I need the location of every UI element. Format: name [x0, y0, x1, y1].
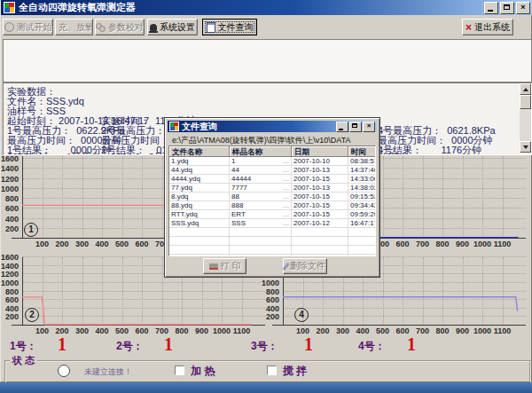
truncation-ellipsis: ... [283, 193, 291, 200]
table-cell: 08:38:57 [348, 157, 375, 166]
table-row-empty [169, 255, 375, 256]
dialog-icon [169, 122, 179, 131]
table-cell [169, 246, 230, 255]
table-cell: 888... [230, 201, 292, 210]
col-filename[interactable]: 文件名称 [169, 146, 230, 157]
table-row-empty [169, 246, 375, 255]
table-cell: 1.ydq [169, 157, 230, 166]
y-tick-label: 600 [0, 204, 19, 213]
table-row[interactable]: 77.ydq7777...2007-10-1314:38:02 [169, 184, 375, 193]
table-cell [169, 237, 230, 246]
table-cell: 09:15:52 [348, 193, 375, 201]
table-cell [292, 246, 348, 255]
table-row[interactable]: 44.ydq44...2007-10-1314:37:46 [169, 166, 375, 175]
table-cell: 44... [230, 166, 292, 175]
delete-icon [282, 263, 289, 271]
x-tick-label: 500 [112, 326, 133, 335]
truncation-ellipsis: ... [283, 184, 291, 192]
y-tick-label: 400 [0, 304, 19, 313]
delete-file-label: 删除文件 [290, 260, 325, 272]
delete-file-button[interactable]: 删除文件 [283, 258, 327, 274]
x-tick-label: 800 [432, 326, 453, 335]
x-tick-label: 700 [152, 326, 173, 335]
table-row[interactable]: 1.ydq1...2007-10-1008:38:57 [169, 157, 375, 166]
table-cell: 88... [230, 193, 292, 201]
dialog-maximize-button[interactable] [349, 122, 362, 132]
x-tick-label: 800 [432, 240, 453, 248]
col-date[interactable]: 日期 [292, 146, 348, 157]
table-row[interactable]: 8.ydq88...2007-10-1509:15:52 [169, 193, 375, 201]
x-tick-label: 300 [72, 240, 93, 248]
dialog-title: 文件查询 [182, 121, 335, 133]
y-tick-label: 400 [256, 304, 279, 313]
truncation-ellipsis: ... [283, 210, 291, 218]
y-tick-label: 200 [0, 224, 19, 233]
x-tick-label: 600 [392, 240, 413, 248]
x-tick-label: 200 [51, 326, 73, 335]
truncation-ellipsis: ... [283, 166, 291, 174]
y-tick-label: 1200 [0, 270, 19, 279]
table-cell: 16:47:17 [348, 219, 375, 228]
table-cell: 7777... [230, 184, 292, 193]
y-tick-label: 1600 [0, 154, 19, 163]
y-tick-label: 1400 [0, 164, 19, 173]
x-tick-label: 1000 [211, 326, 232, 335]
y-tick-label: 800 [256, 287, 279, 296]
x-tick-label: 700 [412, 326, 434, 335]
dialog-minimize-icon [339, 129, 343, 130]
table-row[interactable]: RTT.ydqERT...2007-10-1509:59:20 [169, 210, 375, 219]
x-tick-label: 500 [112, 240, 133, 248]
y-tick-label: 200 [0, 312, 19, 321]
x-tick-label: 100 [293, 326, 314, 335]
x-tick-label: 1100 [231, 326, 253, 335]
table-row[interactable]: 4444.ydq44444...2007-10-1514:33:00 [169, 175, 375, 184]
dialog-minimize-button[interactable] [336, 122, 348, 132]
table-cell: 2007-10-13 [292, 166, 348, 175]
table-cell: 14:37:46 [348, 166, 375, 175]
dialog-close-button[interactable]: × [363, 122, 375, 132]
table-cell [348, 228, 375, 237]
table-cell [292, 237, 348, 246]
table-cell: SSS.ydq [169, 219, 230, 228]
x-tick-label: 900 [452, 326, 473, 335]
chart-number-badge: 2 [25, 308, 39, 322]
y-tick-label: 1000 [256, 279, 279, 287]
y-tick-label: 800 [0, 194, 19, 203]
dialog-title-bar[interactable]: 文件查询 × [168, 121, 377, 132]
y-tick-label: 1000 [0, 279, 19, 287]
table-cell: 8.ydq [169, 193, 230, 201]
table-cell: 09:59:20 [348, 210, 375, 219]
table-row-empty [169, 228, 375, 237]
col-time[interactable]: 时间 [348, 146, 375, 157]
y-tick-label: 600 [0, 295, 19, 304]
table-cell: 09:34:42 [348, 201, 375, 210]
table-row[interactable]: SSS.ydqSSS...2007-10-1216:47:17 [169, 219, 375, 228]
y-tick-label: 600 [256, 295, 279, 304]
table-cell: 44.ydq [169, 166, 230, 175]
print-button[interactable]: 打 印 [203, 258, 246, 274]
sample-name: ERT [231, 210, 246, 218]
sample-name: 7777 [231, 184, 247, 192]
table-cell [230, 255, 292, 256]
x-tick-label: 700 [412, 240, 434, 248]
x-tick-label: 1100 [492, 326, 513, 335]
x-tick-label: 200 [312, 326, 333, 335]
table-cell: 2007-10-12 [292, 219, 348, 228]
table-cell: SSS... [230, 219, 292, 228]
table-cell [292, 255, 348, 256]
y-tick-label: 400 [0, 215, 19, 224]
y-tick-label: 1400 [0, 262, 19, 271]
table-cell: 2007-10-15 [292, 175, 348, 184]
table-cell [348, 255, 375, 256]
dialog-maximize-icon [352, 123, 357, 128]
col-samplename[interactable]: 样品名称 [230, 146, 292, 157]
x-tick-label: 200 [51, 240, 73, 248]
x-tick-label: 300 [72, 326, 93, 335]
table-row[interactable]: 88.ydq888...2007-10-1509:34:42 [169, 201, 375, 210]
taskbar [0, 382, 532, 393]
y-tick-label: 1200 [0, 175, 19, 184]
x-tick-label: 600 [131, 240, 153, 248]
table-cell: 14:38:02 [348, 184, 375, 193]
truncation-ellipsis: ... [283, 175, 291, 183]
x-tick-label: 900 [452, 240, 473, 248]
